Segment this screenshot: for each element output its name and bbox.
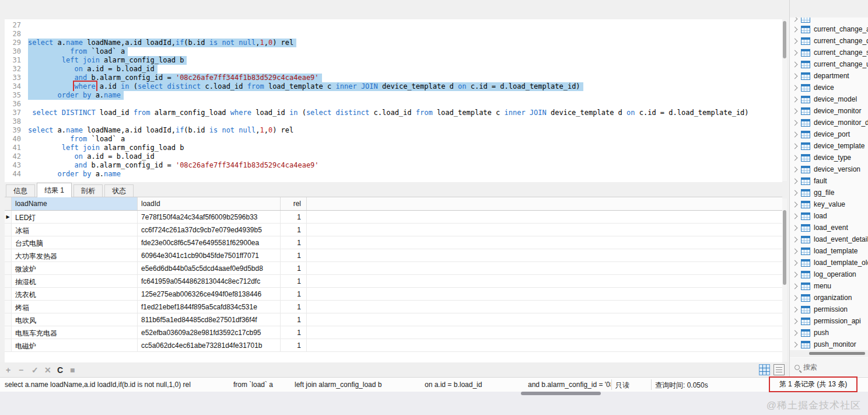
column-header-loadId[interactable]: loadId: [138, 197, 281, 210]
table-row[interactable]: 电磁炉cc5a062dc4ec61abe73281d4fe31701b1: [5, 339, 782, 352]
sidebar-search[interactable]: 搜索: [790, 358, 868, 376]
chevron-right-icon[interactable]: [792, 213, 798, 219]
code-line[interactable]: 38: [5, 117, 782, 126]
chevron-right-icon[interactable]: [792, 236, 798, 242]
add-record-icon[interactable]: +: [6, 365, 19, 375]
grid-cell[interactable]: 7e78f150f4a24c34af5f6009b2596b33: [138, 211, 281, 223]
chevron-right-icon[interactable]: [792, 155, 798, 161]
sidebar-scroll-thumb[interactable]: [809, 352, 865, 355]
sidebar-item-organization[interactable]: organization: [790, 292, 868, 304]
chevron-right-icon[interactable]: [792, 85, 798, 90]
table-row[interactable]: 冰箱cc6f724c261a37dc9cb7e079ed4939b51: [5, 224, 782, 236]
sidebar-item-current_change_d[interactable]: current_change_d: [790, 35, 868, 47]
grid-cell[interactable]: LED灯: [12, 211, 138, 223]
discard-changes-icon[interactable]: ✕: [44, 365, 57, 375]
code-line[interactable]: 35order by a.name: [5, 91, 782, 100]
table-row[interactable]: 台式电脑fde23e00c8f6c547e6495581f62900ea1: [5, 236, 782, 249]
grid-cell[interactable]: 1: [281, 249, 307, 261]
sidebar-item-gg_file[interactable]: gg_file: [790, 187, 868, 198]
stop-icon[interactable]: ■: [70, 365, 83, 375]
sidebar-item-key_value[interactable]: key_value: [790, 198, 868, 210]
tab-结果 1[interactable]: 结果 1: [37, 183, 72, 197]
chevron-right-icon[interactable]: [792, 166, 798, 172]
sidebar-item-current_change_s[interactable]: current_change_s: [790, 47, 868, 58]
column-header-rel[interactable]: rel: [281, 197, 307, 210]
sidebar-item-load[interactable]: load: [790, 210, 868, 222]
results-scroll-thumb[interactable]: [783, 210, 786, 285]
chevron-right-icon[interactable]: [792, 108, 798, 114]
grid-cell[interactable]: 台式电脑: [12, 236, 138, 249]
grid-cell[interactable]: 811b6f5a1ed84485cd8e27501df36f4f: [138, 313, 281, 326]
sidebar-item-permission_api[interactable]: permission_api: [790, 315, 868, 327]
chevron-right-icon[interactable]: [792, 271, 798, 277]
chevron-right-icon[interactable]: [792, 225, 798, 231]
chevron-right-icon[interactable]: [792, 260, 798, 266]
sidebar-item-current_change_u[interactable]: current_change_u: [790, 58, 868, 70]
chevron-right-icon[interactable]: [792, 120, 798, 125]
results-vertical-scrollbar[interactable]: [782, 198, 787, 362]
code-line[interactable]: 42on a.id = b.load_id: [5, 152, 782, 161]
sidebar-item-fault[interactable]: fault: [790, 175, 868, 187]
table-row[interactable]: 洗衣机125e275eab006326ce494f0ef81384461: [5, 288, 782, 301]
chevron-right-icon[interactable]: [792, 248, 798, 254]
code-line[interactable]: 39select a.name loadName,a.id loadId,if(…: [5, 126, 782, 135]
grid-cell[interactable]: fc641959a0544862813044c8ec712dfc: [138, 275, 281, 287]
grid-cell[interactable]: 1: [281, 262, 307, 274]
sql-editor[interactable]: 272829select a.name loadName,a.id loadId…: [5, 19, 782, 182]
sidebar-horizontal-scrollbar[interactable]: [790, 350, 868, 357]
editor-vertical-scrollbar[interactable]: [782, 20, 787, 181]
grid-cell[interactable]: 冰箱: [12, 224, 138, 236]
grid-cell[interactable]: 1: [281, 236, 307, 249]
code-line[interactable]: 34where a.id in (select distinct c.load_…: [5, 82, 782, 91]
grid-cell[interactable]: 1: [281, 211, 307, 223]
grid-cell[interactable]: 抽湿机: [12, 275, 138, 287]
code-line[interactable]: 31left join alarm_config_load b: [5, 56, 782, 65]
horizontal-scroll-thumb[interactable]: [521, 392, 601, 395]
chevron-right-icon[interactable]: [792, 61, 798, 67]
apply-changes-icon[interactable]: ✓: [32, 365, 44, 375]
code-line[interactable]: 36: [5, 100, 782, 109]
chevron-right-icon[interactable]: [792, 190, 798, 196]
grid-cell[interactable]: 电瓶车充电器: [12, 326, 138, 339]
refresh-icon[interactable]: C: [57, 365, 70, 375]
chevron-right-icon[interactable]: [792, 131, 798, 137]
grid-cell[interactable]: cc5a062dc4ec61abe73281d4fe31701b: [138, 339, 281, 351]
chevron-right-icon[interactable]: [792, 50, 798, 55]
chevron-right-icon[interactable]: [792, 96, 798, 102]
grid-cell[interactable]: f1ed21ebef1844f895a5cafd834c531e: [138, 301, 281, 313]
table-row[interactable]: 烤箱f1ed21ebef1844f895a5cafd834c531e1: [5, 301, 782, 313]
chevron-right-icon[interactable]: [792, 201, 798, 207]
chevron-right-icon[interactable]: [792, 38, 798, 44]
grid-cell[interactable]: 微波炉: [12, 262, 138, 274]
code-line[interactable]: 33and b.alarm_config_id = '08c26afe7ff34…: [5, 74, 782, 82]
sidebar-item-load_template[interactable]: load_template: [790, 245, 868, 257]
grid-cell[interactable]: fde23e00c8f6c547e6495581f62900ea: [138, 236, 281, 249]
sidebar-item-push_monitor[interactable]: push_monitor: [790, 339, 868, 350]
sidebar-item-device_monitor_de[interactable]: device_monitor_de: [790, 117, 868, 128]
grid-cell[interactable]: 电吹风: [12, 313, 138, 326]
tab-状态[interactable]: 状态: [104, 184, 134, 197]
sidebar-item-device[interactable]: device: [790, 82, 868, 93]
table-row[interactable]: 微波炉e5e6d6db44b0a5c5dcd4aaef0e9d5bd81: [5, 262, 782, 275]
grid-cell[interactable]: 1: [281, 301, 307, 313]
grid-cell[interactable]: 洗衣机: [12, 288, 138, 300]
sidebar-item-load_event_detail[interactable]: load_event_detail: [790, 233, 868, 245]
table-row[interactable]: 大功率发热器60964e3041c1cb90b45fde7501ff70711: [5, 249, 782, 262]
code-line[interactable]: 30from `load` a: [5, 47, 782, 56]
table-row[interactable]: 抽湿机fc641959a0544862813044c8ec712dfc1: [5, 275, 782, 288]
tab-信息[interactable]: 信息: [6, 184, 35, 197]
code-line[interactable]: 40from `load` a: [5, 135, 782, 144]
sidebar-item-department[interactable]: department: [790, 70, 868, 82]
sidebar-item-device_template[interactable]: device_template: [790, 140, 868, 152]
sidebar-item-device_model[interactable]: device_model: [790, 93, 868, 105]
tab-剖析[interactable]: 剖析: [74, 184, 103, 197]
chevron-right-icon[interactable]: [792, 318, 798, 324]
grid-cell[interactable]: 1: [281, 288, 307, 300]
grid-cell[interactable]: e5e6d6db44b0a5c5dcd4aaef0e9d5bd8: [138, 262, 281, 274]
sidebar-item-device_port[interactable]: device_port: [790, 128, 868, 140]
grid-cell[interactable]: cc6f724c261a37dc9cb7e079ed4939b5: [138, 224, 281, 236]
code-line[interactable]: 32on a.id = b.load_id: [5, 65, 782, 74]
table-row[interactable]: ▶LED灯7e78f150f4a24c34af5f6009b2596b331: [5, 211, 782, 224]
chevron-right-icon[interactable]: [792, 306, 798, 312]
sidebar-item-current_change_a[interactable]: current_change_a: [790, 23, 868, 35]
